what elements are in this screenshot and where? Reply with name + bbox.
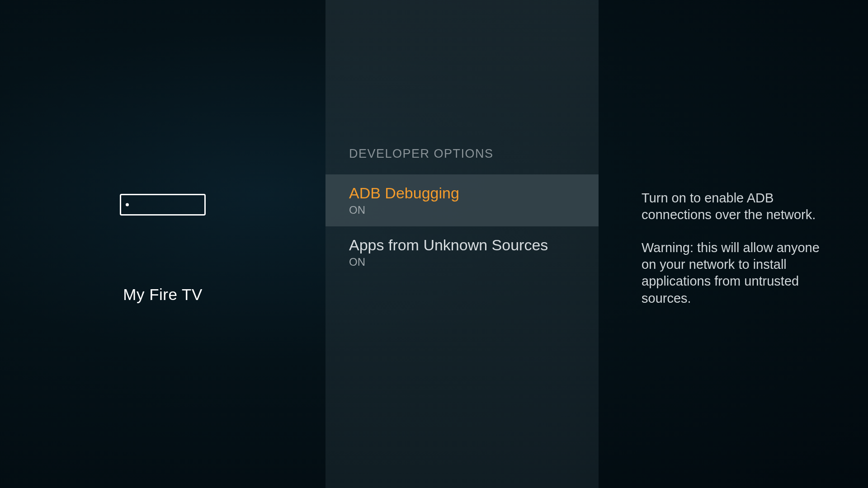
option-title: Apps from Unknown Sources [349, 236, 575, 254]
description-paragraph-2: Warning: this will allow anyone on your … [642, 239, 821, 306]
fire-tv-device-icon [120, 194, 206, 216]
device-label: My Fire TV [123, 286, 202, 304]
option-status: ON [349, 256, 575, 268]
left-panel: My Fire TV [0, 0, 326, 488]
options-panel: DEVELOPER OPTIONS ADB Debugging ON Apps … [326, 0, 599, 488]
description-panel: Turn on to enable ADB connections over t… [599, 0, 868, 488]
option-unknown-sources[interactable]: Apps from Unknown Sources ON [326, 226, 599, 278]
description-paragraph-1: Turn on to enable ADB connections over t… [642, 190, 821, 223]
section-header: DEVELOPER OPTIONS [326, 0, 599, 174]
option-status: ON [349, 204, 575, 216]
option-adb-debugging[interactable]: ADB Debugging ON [326, 174, 599, 226]
option-title: ADB Debugging [349, 184, 575, 202]
help-text: Turn on to enable ADB connections over t… [642, 190, 821, 307]
